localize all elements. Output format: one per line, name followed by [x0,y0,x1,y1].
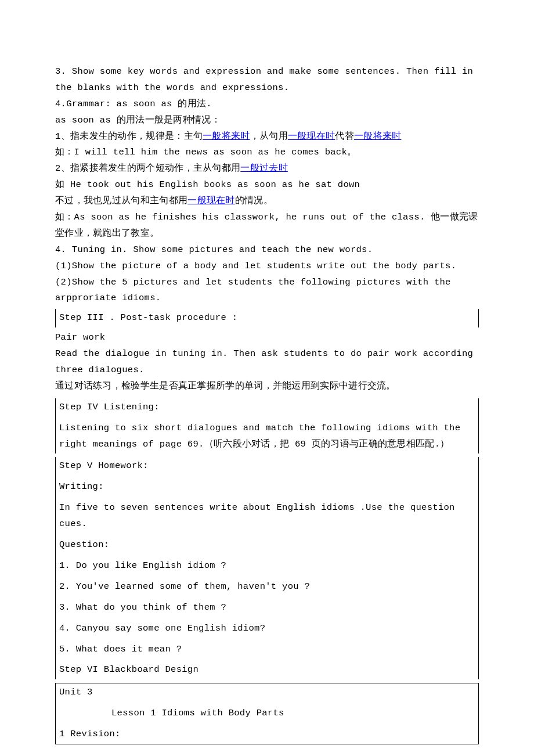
question-1: 1. Do you like English idiom ? [59,558,475,574]
paragraph-3: 3. Show some key words and expression an… [55,64,479,96]
paragraph-18: Listening to six short dialogues and mat… [59,420,475,453]
blackboard-design-box: Unit 3 Lesson 1 Idioms with Body Parts 1… [55,683,479,744]
text-fragment: 的情况。 [235,196,273,206]
paragraph-19-writing: Writing: [59,479,475,495]
bb-revision: 1 Revision: [59,726,475,743]
paragraph-5: as soon as 的用法一般是两种情况： [55,113,479,129]
paragraph-13: (1)Show the picture of a body and let st… [55,258,479,275]
paragraph-4-grammar: 4.Grammar: as soon as 的用法. [55,96,479,113]
step3-box: Step III . Post-task procedure : [55,309,479,327]
paragraph-6: 1、指未发生的动作，规律是：主句一般将来时，从句用一般现在时代替一般将来时 [55,129,479,145]
step4-heading: Step IV Listening: [59,399,475,416]
bb-lesson: Lesson 1 Idioms with Body Parts [59,705,475,722]
question-3: 3. What do you think of them ? [59,600,475,616]
question-5: 5. What does it mean ? [59,642,475,658]
link-future-tense[interactable]: 一般将来时 [203,131,250,142]
link-future-tense-2[interactable]: 一般将来时 [354,131,402,142]
text-fragment: 代替 [335,131,354,142]
paragraph-10: 不过，我也见过从句和主句都用一般现在时的情况。 [55,193,479,210]
link-past-tense[interactable]: 一般过去时 [240,163,288,174]
step4-box: Step IV Listening: Listening to six shor… [55,398,479,454]
paragraph-20: In five to seven sentences write about E… [59,500,475,532]
paragraph-21-question: Question: [59,537,475,553]
step5-heading: Step V Homework: [59,458,475,474]
step3-heading: Step III . Post-task procedure : [59,312,237,323]
document-page: 3. Show some key words and expression an… [0,0,534,756]
question-2: 2. You've learned some of them, haven't … [59,579,475,595]
link-present-tense-2[interactable]: 一般现在时 [187,196,235,206]
paragraph-15-pairwork: Pair work [55,330,479,346]
question-4: 4. Canyou say some one English idiom? [59,621,475,637]
paragraph-11: 如：As soon as he finishes his classwork, … [55,210,479,242]
bb-unit: Unit 3 [59,685,475,701]
link-present-tense[interactable]: 一般现在时 [288,131,335,142]
paragraph-12: 4. Tuning in. Show some pictures and tea… [55,242,479,258]
step6-heading: Step VI Blackboard Design [59,662,475,678]
step5-box: Step V Homework: Writing: In five to sev… [55,457,479,679]
paragraph-16: Read the dialogue in tuning in. Then ask… [55,346,479,379]
paragraph-9: 如 He took out his English books as soon … [55,177,479,193]
paragraph-14: (2)Show the 5 pictures and let students … [55,275,479,307]
paragraph-17: 通过对话练习，检验学生是否真正掌握所学的单词，并能运用到实际中进行交流。 [55,379,479,395]
text-fragment: 2、指紧接着发生的两个短动作，主从句都用 [55,163,240,174]
paragraph-7: 如：I will tell him the news as soon as he… [55,145,479,161]
text-fragment: 1、指未发生的动作，规律是：主句 [55,131,203,142]
text-fragment: ，从句用 [250,131,288,142]
text-fragment: 不过，我也见过从句和主句都用 [55,196,187,206]
paragraph-8: 2、指紧接着发生的两个短动作，主从句都用一般过去时 [55,161,479,177]
